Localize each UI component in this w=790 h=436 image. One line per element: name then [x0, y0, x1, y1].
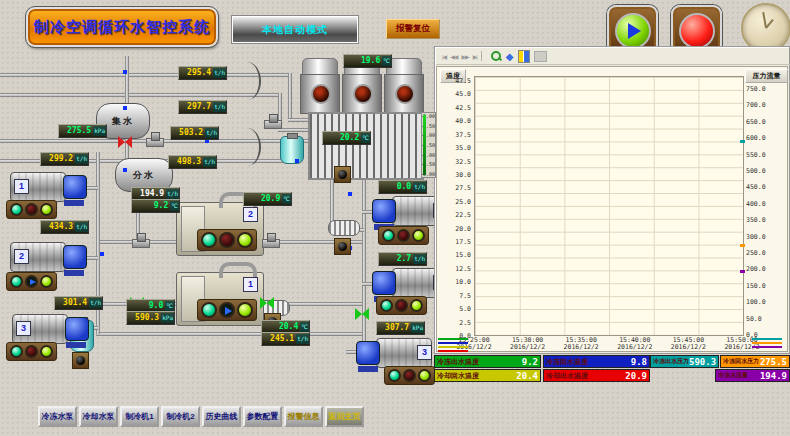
gauge-5: 275.5kPa [58, 124, 107, 138]
pen-marker [740, 244, 745, 247]
left-axis-tick: 47.5 [444, 77, 471, 85]
right-axis-tick: 550.0 [746, 151, 766, 159]
right-axis-tick: 750.0 [746, 85, 766, 93]
green-light-icon [40, 275, 53, 288]
alarm-reset-button[interactable]: 报警复位 [386, 19, 440, 39]
skip-to-start-icon[interactable] [442, 50, 446, 62]
valve-red[interactable] [118, 136, 132, 148]
status-lights-4 [197, 229, 257, 251]
gauge-9: 19.6℃ [343, 54, 392, 68]
left-axis-tick: 7.5 [444, 292, 471, 300]
sensor-dot [123, 70, 127, 74]
skip-to-end-icon[interactable] [473, 50, 477, 62]
pump-head [372, 199, 396, 223]
pan-icon[interactable] [506, 50, 514, 62]
left-axis-tick: 17.5 [444, 238, 471, 246]
gauge-12: 590.3kPa [126, 311, 175, 325]
valve-green[interactable] [355, 308, 369, 320]
pump-base [64, 270, 84, 276]
pen-marker [740, 270, 745, 273]
nav-button-报警信息[interactable]: 报警信息 [284, 406, 323, 427]
valve-green[interactable] [260, 297, 274, 309]
pipe [288, 118, 310, 122]
nav-button-参数配置[interactable]: 参数配置 [243, 406, 282, 427]
left-axis-tick: 10.0 [444, 278, 471, 286]
nav-button-冷冻水泵[interactable]: 冷冻水泵 [38, 406, 77, 427]
red-light-icon [395, 299, 408, 312]
fan-icon [311, 84, 331, 104]
sensor-dot [123, 168, 127, 172]
hmi-screen: 制冷空调循环水智控系统 本地自动模式 报警复位 [0, 0, 790, 436]
step-forward-icon[interactable] [461, 50, 468, 62]
x-axis-tick: 15:35:002016/12/2 [554, 337, 608, 351]
level-scale-label: +3.00 [421, 113, 435, 119]
sensor-dot [348, 192, 352, 196]
dosing-tank[interactable] [280, 136, 304, 164]
cyan-light-icon [388, 369, 401, 382]
gauge-14: 245.1t/h [261, 332, 310, 346]
play-light-icon [25, 275, 38, 288]
cyan-light-icon [380, 299, 393, 312]
pen-marker [740, 140, 745, 143]
level-scale-label: +0.00 [421, 171, 435, 177]
stop-icon [679, 13, 715, 49]
pen-list-icon[interactable] [518, 50, 530, 63]
green-light-icon [418, 369, 431, 382]
trend-plot-area[interactable] [474, 76, 744, 336]
indicator-knob[interactable] [334, 238, 351, 255]
play-light-icon [219, 302, 235, 318]
step-back-icon[interactable] [450, 50, 457, 62]
x-axis-tick: 15:30:002016/12/2 [501, 337, 555, 351]
pipe [96, 332, 364, 336]
nav-button-冷却水泵[interactable]: 冷却水泵 [79, 406, 118, 427]
legend-line [752, 346, 782, 348]
pump-left-2[interactable]: 2 [10, 238, 90, 276]
print-icon[interactable] [534, 51, 547, 62]
right-axis-tick: 600.0 [746, 134, 766, 142]
green-light-icon [412, 229, 425, 242]
green-light-icon [40, 203, 53, 216]
pipe [125, 56, 129, 103]
level-scale-label: +0.50 [421, 161, 435, 167]
nav-button-返回主页[interactable]: 返回主页 [325, 406, 364, 427]
left-axis-tick: 2.5 [444, 319, 471, 327]
clock-minute-hand [762, 12, 766, 28]
mode-display[interactable]: 本地自动模式 [232, 16, 358, 43]
status-lights-7 [376, 296, 427, 315]
left-axis-tick: 20.0 [444, 225, 471, 233]
green-light-icon [237, 302, 253, 318]
right-axis-label[interactable]: 压力流量 [745, 69, 788, 83]
indicator-knob[interactable] [334, 166, 351, 183]
valve-motorized[interactable] [132, 239, 150, 248]
chiller-number: 2 [243, 207, 258, 222]
valve-motorized[interactable] [264, 120, 282, 129]
nav-button-制冷机1[interactable]: 制冷机1 [120, 406, 159, 427]
legend-line [438, 346, 468, 348]
pump-base [66, 342, 86, 348]
cyan-light-icon [201, 302, 217, 318]
indicator-knob[interactable] [72, 352, 89, 369]
status-bar-4: 冷冻回水压力275.5 [720, 355, 790, 368]
cooling-tower-1[interactable] [300, 58, 340, 114]
nav-button-制冷机2[interactable]: 制冷机2 [161, 406, 200, 427]
right-axis-tick: 200.0 [746, 265, 766, 273]
pipe [288, 73, 292, 122]
left-axis-tick: 45.0 [444, 90, 471, 98]
valve-motorized[interactable] [146, 138, 164, 147]
pump-head [63, 245, 87, 269]
valve-motorized[interactable] [262, 239, 280, 248]
right-axis-tick: 700.0 [746, 101, 766, 109]
zoom-icon[interactable] [490, 50, 502, 62]
heat-exchanger-coil [328, 220, 360, 236]
status-bar-7: 冷冻水流量194.9 [715, 369, 790, 382]
left-axis-tick: 30.0 [444, 171, 471, 179]
left-axis-tick: 32.5 [444, 158, 471, 166]
legend-line [752, 338, 782, 340]
cyan-light-icon [10, 203, 23, 216]
nav-button-历史曲线[interactable]: 历史曲线 [202, 406, 241, 427]
level-scale-label: +1.00 [421, 152, 435, 158]
left-axis-tick: 42.5 [444, 104, 471, 112]
right-axis-tick: 500.0 [746, 167, 766, 175]
sensor-dot [295, 159, 299, 163]
pump-number: 2 [14, 249, 29, 264]
